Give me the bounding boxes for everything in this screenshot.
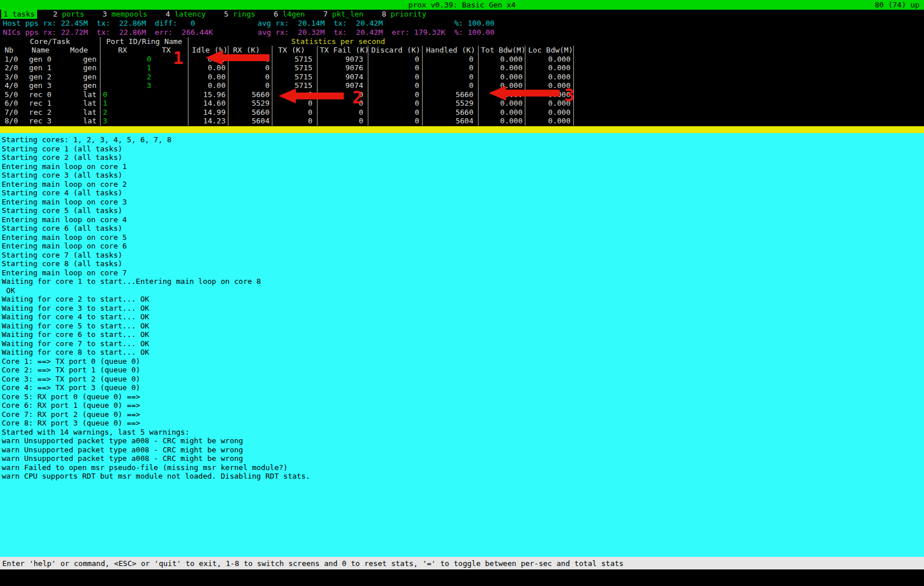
cell-idle: 14.23 xyxy=(188,117,228,126)
cell-tx_k: 5715 xyxy=(272,63,318,73)
cell-loc_bdw: 0.000 xyxy=(525,90,574,99)
cell-tx_k: 0 xyxy=(272,90,318,99)
cell-tot_bdw: 0.000 xyxy=(479,90,525,99)
cell-handled: 5529 xyxy=(423,99,479,108)
col-header-idle: Idle (%) xyxy=(188,46,228,55)
log-line: Core 8: RX port 3 (queue 0) ==> xyxy=(2,419,924,428)
cell-rx xyxy=(101,73,144,82)
cell-handled: 0 xyxy=(423,73,479,82)
table-row: 3/0gen 2gen20.00057159074000.0000.000 xyxy=(0,73,574,82)
log-line: Starting core 6 (all tasks) xyxy=(2,224,924,233)
tab-key: 6 xyxy=(274,10,278,18)
cell-rx xyxy=(101,81,144,90)
tab-ports[interactable]: 2 ports xyxy=(51,10,87,19)
log-line: Waiting for core 2 to start... OK xyxy=(2,295,924,304)
cell-nb: 3/0 xyxy=(0,73,23,82)
tab-label: mempools xyxy=(107,10,147,18)
cell-discard: 0 xyxy=(368,55,423,64)
cell-tx xyxy=(144,99,188,108)
yellow-separator xyxy=(0,126,924,133)
table-row: 4/0gen 3gen30.00057159074000.0000.000 xyxy=(0,81,574,90)
cell-tx: 3 xyxy=(144,81,188,90)
tab-pkt_len[interactable]: 7 pkt_len xyxy=(321,10,365,19)
log-line: Waiting for core 6 to start... OK xyxy=(2,330,924,339)
col-header-tx-fail-k: TX Fail (K) xyxy=(318,46,368,55)
log-output: Starting cores: 1, 2, 3, 4, 5, 6, 7, 8St… xyxy=(0,133,924,557)
log-line: Core 6: RX port 1 (queue 0) ==> xyxy=(2,401,924,410)
cell-idle: 14.99 xyxy=(188,108,228,117)
cell-nb: 5/0 xyxy=(0,90,23,99)
table-row: 1/0gen 0gen00.00057159073000.0000.000 xyxy=(0,55,574,64)
cell-discard: 0 xyxy=(368,90,423,99)
tab-label: latency xyxy=(170,10,206,18)
command-prompt-bar[interactable]: Enter 'help' or command, <ESC> or 'quit'… xyxy=(0,557,924,569)
title-bar: prox v0.39: Basic Gen x4 80 (74) up xyxy=(0,0,924,10)
tab-key: 7 xyxy=(323,10,328,18)
log-line: Entering main loop on core 2 xyxy=(2,180,924,189)
tab-tasks[interactable]: 1 tasks xyxy=(1,10,37,19)
cell-tx: 2 xyxy=(144,73,188,82)
cell-nb: 7/0 xyxy=(0,108,23,117)
cell-tx_fail: 0 xyxy=(318,90,368,99)
cell-tx_fail: 9073 xyxy=(318,55,368,64)
cell-tx_k: 5715 xyxy=(272,55,318,64)
cell-mode: lat xyxy=(58,108,101,117)
cell-tx_k: 0 xyxy=(272,99,318,108)
cell-rx_k: 5660 xyxy=(228,90,272,99)
cell-discard: 0 xyxy=(368,108,423,117)
tab-bar: 1 tasks2 ports3 mempools4 latency5 rings… xyxy=(0,10,924,19)
col-header-rx: RX xyxy=(101,46,144,55)
tab-label: tasks xyxy=(8,10,35,18)
terminal-screen[interactable]: prox v0.39: Basic Gen x4 80 (74) up 1 ta… xyxy=(0,0,924,586)
tab-mempools[interactable]: 3 mempools xyxy=(101,10,150,19)
cell-idle: 0.00 xyxy=(188,81,228,90)
cell-tx xyxy=(144,90,188,99)
log-line: warn CPU supports RDT but msr module not… xyxy=(2,472,924,481)
cell-loc_bdw: 0.000 xyxy=(525,108,574,117)
table-row: 5/0rec 0lat015.96566000056600.0000.000 xyxy=(0,90,574,99)
tab-key: 1 xyxy=(3,10,8,18)
cell-name: gen 3 xyxy=(23,81,58,90)
table-group-header: Core/Task Port ID/Ring Name Statistics p… xyxy=(0,37,574,46)
log-line: Core 5: RX port 0 (queue 0) ==> xyxy=(2,392,924,402)
group-header-statistics: Statistics per second xyxy=(188,37,574,46)
log-line: Entering main loop on core 3 xyxy=(2,198,924,207)
cell-nb: 6/0 xyxy=(0,99,23,108)
log-line: Starting core 2 (all tasks) xyxy=(2,153,924,162)
col-header-tx-k: TX (K) xyxy=(272,46,318,55)
cell-mode: gen xyxy=(58,73,101,82)
cell-tot_bdw: 0.000 xyxy=(479,117,525,126)
col-header-handled-k: Handled (K) xyxy=(423,46,479,55)
log-line: Waiting for core 8 to start... OK xyxy=(2,348,924,357)
cell-rx: 1 xyxy=(101,99,144,108)
log-line: Starting core 5 (all tasks) xyxy=(2,206,924,215)
cell-name: rec 1 xyxy=(23,99,58,108)
tab-rings[interactable]: 5 rings xyxy=(222,10,258,19)
log-line: warn Failed to open msr pseudo-file (mis… xyxy=(2,463,924,472)
col-header-discard-k: Discard (K) xyxy=(368,46,423,55)
cell-nb: 2/0 xyxy=(0,63,23,73)
table-row: 6/0rec 1lat114.60552900055290.0000.000 xyxy=(0,99,574,108)
cell-tx_fail: 0 xyxy=(318,99,368,108)
cell-rx_k: 5660 xyxy=(228,108,272,117)
group-header-core-task: Core/Task xyxy=(0,37,101,46)
tab-latency[interactable]: 4 latency xyxy=(163,10,208,19)
log-line: Starting core 3 (all tasks) xyxy=(2,171,924,180)
cell-name: rec 3 xyxy=(23,117,58,126)
log-line: Entering main loop on core 6 xyxy=(2,242,924,251)
tab-priority[interactable]: 8 priority xyxy=(379,10,428,19)
cell-mode: gen xyxy=(58,63,101,73)
cell-nb: 8/0 xyxy=(0,117,23,126)
log-line: Waiting for core 1 to start...Entering m… xyxy=(2,277,924,286)
cell-tx_k: 0 xyxy=(272,117,318,126)
stats-table: Core/Task Port ID/Ring Name Statistics p… xyxy=(0,37,574,126)
group-header-port-ring: Port ID/Ring Name xyxy=(101,37,188,46)
log-line: warn Unsupported packet type a008 - CRC … xyxy=(2,436,924,445)
tab-l4gen[interactable]: 6 l4gen xyxy=(271,10,307,19)
cell-tot_bdw: 0.000 xyxy=(479,108,525,117)
cell-name: gen 1 xyxy=(23,63,58,73)
cell-loc_bdw: 0.000 xyxy=(525,117,574,126)
cell-tx_fail: 9074 xyxy=(318,73,368,82)
col-header-loc-bdw-m: Loc Bdw(M) xyxy=(525,46,574,55)
cell-handled: 0 xyxy=(423,81,479,90)
